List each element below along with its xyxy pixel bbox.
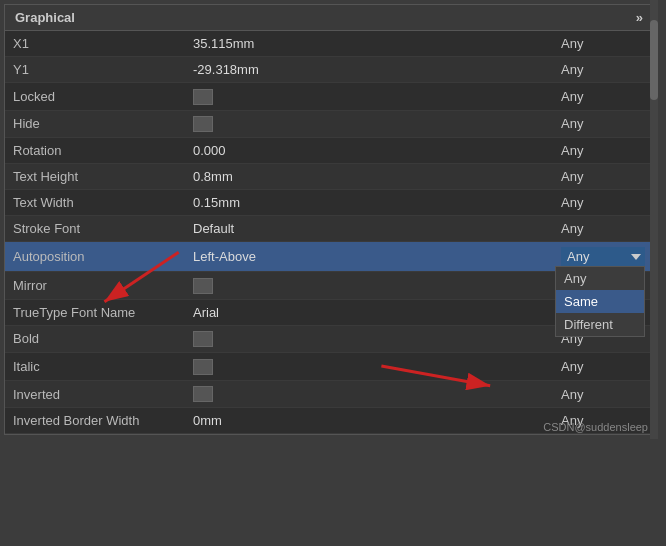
row-value[interactable]: 0.8mm — [185, 164, 553, 190]
row-label: Mirror — [5, 272, 185, 300]
row-value[interactable]: -29.318mm — [185, 57, 553, 83]
row-value[interactable]: Left-Above — [185, 242, 553, 272]
row-value — [185, 353, 553, 381]
dropdown-option[interactable]: Same — [556, 290, 644, 313]
scrollbar-thumb[interactable] — [650, 20, 658, 100]
dropdown-option[interactable]: Different — [556, 313, 644, 336]
row-control: Any — [553, 31, 653, 57]
panel-header: Graphical » — [5, 5, 653, 31]
row-label: Text Height — [5, 164, 185, 190]
chevron-down-icon — [631, 254, 641, 260]
checkbox[interactable] — [193, 331, 213, 347]
table-row: Stroke FontDefaultAny — [5, 216, 653, 242]
table-row: Text Height0.8mmAny — [5, 164, 653, 190]
row-value[interactable]: Arial — [185, 299, 553, 325]
row-label: Rotation — [5, 138, 185, 164]
row-control: Any — [553, 164, 653, 190]
row-label: Stroke Font — [5, 216, 185, 242]
properties-table: X135.115mmAnyY1-29.318mmAnyLockedAnyHide… — [5, 31, 653, 434]
table-row: X135.115mmAny — [5, 31, 653, 57]
row-label: TrueType Font Name — [5, 299, 185, 325]
row-label: X1 — [5, 31, 185, 57]
dropdown-button[interactable]: Any — [561, 247, 645, 266]
row-value[interactable]: 0.15mm — [185, 190, 553, 216]
table-row: LockedAny — [5, 83, 653, 111]
table-row: Y1-29.318mmAny — [5, 57, 653, 83]
row-control: Any — [553, 353, 653, 381]
row-value[interactable]: 35.115mm — [185, 31, 553, 57]
collapse-icon[interactable]: » — [636, 10, 643, 25]
row-value — [185, 380, 553, 408]
graphical-panel: Graphical » X135.115mmAnyY1-29.318mmAnyL… — [4, 4, 654, 435]
row-value — [185, 325, 553, 353]
row-control: Any — [553, 216, 653, 242]
checkbox[interactable] — [193, 89, 213, 105]
table-row: HideAny — [5, 110, 653, 138]
row-control: Any — [553, 57, 653, 83]
table-row: Rotation0.000Any — [5, 138, 653, 164]
table-row: InvertedAny — [5, 380, 653, 408]
row-control: Any — [553, 138, 653, 164]
row-control: Any — [553, 83, 653, 111]
checkbox[interactable] — [193, 116, 213, 132]
row-label: Hide — [5, 110, 185, 138]
row-control: Any — [553, 190, 653, 216]
scrollbar[interactable] — [650, 0, 658, 439]
row-label: Y1 — [5, 57, 185, 83]
dropdown-option[interactable]: Any — [556, 267, 644, 290]
row-value — [185, 83, 553, 111]
table-row: Text Width0.15mmAny — [5, 190, 653, 216]
row-value[interactable]: Default — [185, 216, 553, 242]
panel-title: Graphical — [15, 10, 75, 25]
checkbox[interactable] — [193, 278, 213, 294]
row-label: Bold — [5, 325, 185, 353]
row-value[interactable]: 0mm — [185, 408, 553, 434]
dropdown-menu: AnySameDifferent — [555, 266, 645, 337]
row-control: Any — [553, 380, 653, 408]
row-label: Autoposition — [5, 242, 185, 272]
row-label: Italic — [5, 353, 185, 381]
row-label: Locked — [5, 83, 185, 111]
row-label: Text Width — [5, 190, 185, 216]
row-control[interactable]: AnyAnySameDifferent — [553, 242, 653, 272]
watermark: CSDN@suddensleep — [543, 421, 648, 433]
row-label: Inverted Border Width — [5, 408, 185, 434]
table-row: ItalicAny — [5, 353, 653, 381]
row-value[interactable]: 0.000 — [185, 138, 553, 164]
row-value — [185, 110, 553, 138]
table-row: AutopositionLeft-AboveAnyAnySameDifferen… — [5, 242, 653, 272]
row-value — [185, 272, 553, 300]
row-label: Inverted — [5, 380, 185, 408]
checkbox[interactable] — [193, 359, 213, 375]
row-control: Any — [553, 110, 653, 138]
checkbox[interactable] — [193, 386, 213, 402]
